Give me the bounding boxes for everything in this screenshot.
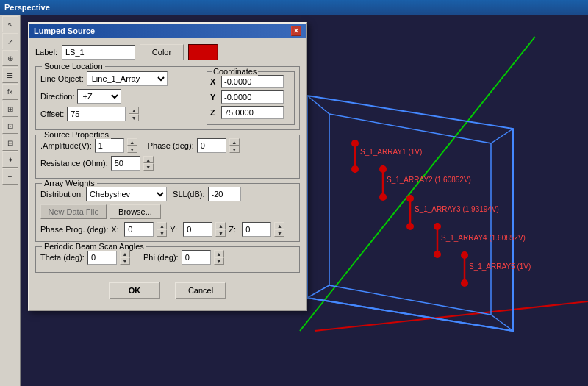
svg-point-14 xyxy=(351,165,359,173)
phase-x-input[interactable] xyxy=(124,222,154,237)
direction-select[interactable]: +Z xyxy=(77,89,121,104)
color-swatch[interactable] xyxy=(188,44,218,60)
phase-x-spinner[interactable]: ▲ ▼ xyxy=(157,222,167,237)
phase-y-input[interactable] xyxy=(183,222,212,237)
toolbar-btn-plus[interactable]: + xyxy=(2,168,18,185)
svg-point-20 xyxy=(406,223,414,230)
source-label-3: S_1_ARRAY3 (1.93194V) xyxy=(415,205,499,213)
toolbar-btn-box[interactable]: ⊡ xyxy=(2,118,18,134)
source-properties-group: Source Properties .Amplitude(V): ▲ ▼ Pha… xyxy=(35,135,300,179)
toolbar-btn-star[interactable]: ✦ xyxy=(2,151,18,168)
phi-spinner[interactable]: ▲ ▼ xyxy=(214,250,224,265)
array-weights-group: Array Weights Distribution: Chebyshev SL… xyxy=(35,183,300,242)
resistance-input[interactable] xyxy=(111,156,140,171)
phase-y-spinner[interactable]: ▲ ▼ xyxy=(215,222,226,237)
new-data-file-button[interactable]: New Data File xyxy=(40,204,107,219)
phi-input[interactable] xyxy=(182,250,211,265)
x-coord-input[interactable] xyxy=(221,75,284,88)
toolbar-btn-zoom[interactable]: ⊕ xyxy=(2,50,18,66)
phi-label: Phi (deg): xyxy=(143,253,179,262)
phase-z-input[interactable] xyxy=(242,222,271,237)
phase-label: Phase (deg): xyxy=(148,141,194,150)
phase-prog-label: Phase Prog. (deg): xyxy=(40,225,108,234)
theta-spin-down[interactable]: ▼ xyxy=(120,257,130,265)
svg-point-23 xyxy=(434,251,441,258)
toolbar-btn-arrow[interactable]: ↖ xyxy=(2,16,18,32)
label-field-label: Label: xyxy=(35,48,57,57)
phase-y-spin-down[interactable]: ▼ xyxy=(215,229,226,237)
resistance-spinner[interactable]: ▲ ▼ xyxy=(143,156,154,171)
label-input[interactable] xyxy=(62,45,135,60)
phase-z-spin-up[interactable]: ▲ xyxy=(274,222,284,229)
theta-spinner[interactable]: ▲ ▼ xyxy=(120,250,130,265)
line-object-label: Line Object: xyxy=(40,74,84,83)
svg-point-17 xyxy=(379,193,387,201)
sll-input[interactable] xyxy=(208,187,241,201)
offset-input[interactable] xyxy=(67,107,126,121)
offset-spin-down[interactable]: ▼ xyxy=(129,114,139,121)
phase-y-spin-up[interactable]: ▲ xyxy=(215,222,226,229)
src-location-inner: Line Object: Line_1_Array Direction: +Z xyxy=(40,71,295,125)
toolbar-btn-pan[interactable]: ☰ xyxy=(2,67,18,83)
theta-spin-up[interactable]: ▲ xyxy=(120,250,130,257)
theta-input[interactable] xyxy=(87,250,117,265)
periodic-beam-label: Periodic Beam Scan Angles xyxy=(42,242,146,251)
phase-prog-row: Phase Prog. (deg): X: ▲ ▼ Y: ▲ ▼ xyxy=(40,222,295,237)
dialog-close-button[interactable]: ✕ xyxy=(291,26,301,36)
source-label-2: S_1_ARRAY2 (1.60852V) xyxy=(387,176,471,184)
phase-input[interactable] xyxy=(197,138,226,153)
phi-spin-up[interactable]: ▲ xyxy=(214,250,224,257)
z-coord-label: Z xyxy=(210,108,219,117)
sll-label: SLL(dB): xyxy=(173,190,204,199)
array-weights-label: Array Weights xyxy=(42,179,97,187)
toolbar-btn-fx[interactable]: fx xyxy=(2,84,18,100)
toolbar-btn-grid[interactable]: ⊞ xyxy=(2,101,18,117)
line-object-select[interactable]: Line_1_Array xyxy=(87,71,168,86)
y-coord-input[interactable] xyxy=(221,90,284,104)
color-button[interactable]: Color xyxy=(140,44,184,60)
svg-point-16 xyxy=(379,165,387,173)
toolbar-btn-minus[interactable]: ⊟ xyxy=(2,135,18,151)
svg-point-13 xyxy=(351,140,359,147)
dialog-footer: OK Cancel xyxy=(35,277,300,304)
phase-z-spin-down[interactable]: ▼ xyxy=(274,229,284,237)
amplitude-row: .Amplitude(V): ▲ ▼ Phase (deg): ▲ ▼ xyxy=(40,138,295,153)
offset-spinner[interactable]: ▲ ▼ xyxy=(129,107,139,121)
resistance-spin-down[interactable]: ▼ xyxy=(143,163,154,171)
data-file-row: New Data File Browse... xyxy=(40,204,295,219)
offset-spin-up[interactable]: ▲ xyxy=(129,107,139,114)
dialog-title-bar[interactable]: Lumped Source ✕ xyxy=(29,24,306,38)
theta-phi-row: Theta (deg): ▲ ▼ Phi (deg): ▲ ▼ xyxy=(40,250,295,265)
svg-point-25 xyxy=(461,251,468,259)
distribution-select[interactable]: Chebyshev xyxy=(86,187,167,201)
cancel-button[interactable]: Cancel xyxy=(175,282,226,299)
phase-x-spin-up[interactable]: ▲ xyxy=(157,222,167,229)
z-coord-row: Z xyxy=(210,106,291,119)
phase-x-label: X: xyxy=(111,225,121,234)
x-coord-row: X xyxy=(210,75,291,88)
ok-button[interactable]: OK xyxy=(109,282,160,299)
resistance-label: Resistance (Ohm): xyxy=(40,159,108,168)
amplitude-spin-up[interactable]: ▲ xyxy=(127,138,137,146)
amplitude-spin-down[interactable]: ▼ xyxy=(127,146,137,153)
phase-x-spin-down[interactable]: ▼ xyxy=(157,229,167,237)
sll-row: SLL(dB): xyxy=(173,187,240,201)
phase-spin-down[interactable]: ▼ xyxy=(229,146,240,153)
phi-spin-down[interactable]: ▼ xyxy=(214,257,224,265)
phase-spin-up[interactable]: ▲ xyxy=(229,138,240,146)
offset-row: Offset: ▲ ▼ xyxy=(40,107,201,121)
phase-z-spinner[interactable]: ▲ ▼ xyxy=(274,222,284,237)
z-coord-input[interactable] xyxy=(221,106,284,119)
amplitude-spinner[interactable]: ▲ ▼ xyxy=(127,138,137,153)
toolbar-btn-select[interactable]: ↗ xyxy=(2,33,18,49)
phase-spinner[interactable]: ▲ ▼ xyxy=(229,138,240,153)
x-coord-label: X xyxy=(210,77,219,86)
source-location-group: Source Location Line Object: Line_1_Arra… xyxy=(35,66,300,130)
browse-button[interactable]: Browse... xyxy=(110,204,161,219)
direction-label: Direction: xyxy=(40,92,74,101)
resistance-spin-up[interactable]: ▲ xyxy=(143,156,154,163)
lumped-source-dialog: Lumped Source ✕ Label: Color Source Loca… xyxy=(28,22,307,311)
src-left: Line Object: Line_1_Array Direction: +Z xyxy=(40,71,201,125)
svg-point-19 xyxy=(406,195,414,202)
amplitude-input[interactable] xyxy=(95,138,124,153)
